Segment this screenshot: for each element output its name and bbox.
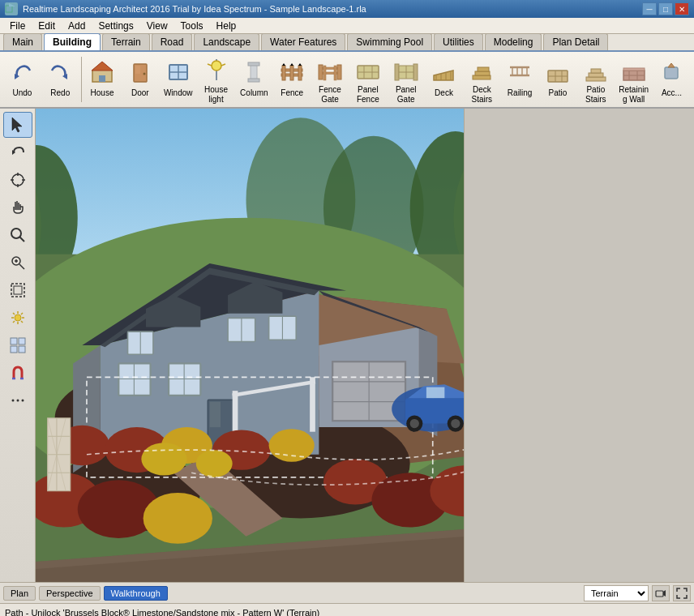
viewport-canvas [36, 109, 464, 582]
select-tool[interactable] [3, 112, 32, 138]
toolbar-item-label: Retaining Wall [617, 85, 650, 105]
left-sidebar [0, 109, 36, 582]
svg-rect-19 [248, 79, 259, 82]
toolbar-fence-button[interactable]: Fence [273, 53, 311, 105]
tab-terrain[interactable]: Terrain [102, 33, 150, 50]
viewport[interactable] [36, 109, 464, 582]
toolbar-retaining-wall-button[interactable]: Retaining Wall [615, 53, 653, 105]
toolbar-item-label: Patio [549, 88, 568, 98]
toolbar-house-light-button[interactable]: House light [197, 53, 235, 105]
tab-water-features[interactable]: Water Features [261, 33, 345, 50]
toolbar-deck-stairs-button[interactable]: Deck Stairs [463, 53, 501, 105]
toolbar-railing-button[interactable]: Railing [501, 53, 539, 105]
toolbar-house-button[interactable]: House [84, 53, 122, 105]
toolbar-item-label: Panel Gate [389, 85, 422, 105]
svg-rect-6 [99, 75, 105, 82]
svg-rect-141 [210, 402, 221, 427]
grid-tool[interactable] [3, 332, 32, 358]
svg-marker-1 [9, 3, 15, 6]
undo-curved-tool[interactable] [3, 139, 32, 165]
toolbar: UndoRedoHouseDoorWindowHouse lightColumn… [0, 52, 694, 109]
toolbar-item-label: Undo [12, 88, 32, 98]
maximize-button[interactable]: □ [658, 2, 673, 15]
svg-marker-23 [282, 63, 285, 66]
svg-rect-18 [248, 62, 259, 66]
menu-item-view[interactable]: View [140, 19, 174, 33]
svg-marker-27 [298, 63, 302, 66]
fence-gate-icon [315, 58, 345, 83]
svg-point-102 [16, 400, 19, 402]
svg-rect-28 [319, 65, 323, 79]
toolbar-undo-button[interactable]: Undo [3, 53, 41, 105]
pan-tool[interactable] [3, 195, 32, 220]
tab-swimming-pool[interactable]: Swimming Pool [347, 33, 432, 50]
magnet-tool[interactable] [3, 360, 32, 386]
undo-icon [7, 58, 36, 87]
door-icon [126, 58, 155, 87]
app-icon [5, 2, 18, 15]
toolbar-item-label: Fence Gate [314, 85, 347, 105]
svg-rect-24 [290, 66, 293, 80]
toolbar-acc...-button[interactable]: Acc... [653, 53, 691, 105]
svg-line-81 [19, 264, 24, 269]
toolbar-window-button[interactable]: Window [159, 53, 197, 105]
svg-point-164 [269, 429, 315, 461]
tab-modeling[interactable]: Modeling [485, 33, 542, 50]
view-tab-walkthrough[interactable]: Walkthrough [104, 586, 168, 601]
menu-item-edit[interactable]: Edit [32, 19, 62, 33]
toolbar-panel-gate-button[interactable]: Panel Gate [387, 53, 425, 105]
view-tab-plan[interactable]: Plan [3, 586, 36, 601]
toolbar-patio-button[interactable]: Patio [539, 53, 577, 105]
toolbar-patio-stairs-button[interactable]: Patio Stairs [576, 53, 615, 105]
svg-rect-29 [337, 65, 341, 79]
menu-item-tools[interactable]: Tools [174, 19, 210, 33]
svg-rect-84 [11, 284, 24, 297]
zoom-tool[interactable] [3, 222, 32, 248]
menu-item-settings[interactable]: Settings [92, 19, 139, 33]
toolbar-deck-button[interactable]: Deck [425, 53, 463, 105]
svg-rect-22 [282, 66, 285, 80]
pointer-target-tool[interactable] [3, 167, 32, 193]
more-tools[interactable] [3, 387, 32, 413]
view-btn-expand[interactable] [673, 585, 691, 601]
menu-item-help[interactable]: Help [210, 19, 243, 33]
deck-icon [429, 58, 458, 87]
view-btn-camera[interactable] [652, 585, 670, 601]
svg-point-73 [12, 174, 24, 186]
toolbar-door-button[interactable]: Door [121, 53, 159, 105]
menu-item-add[interactable]: Add [62, 19, 92, 33]
svg-marker-25 [290, 63, 293, 66]
svg-point-86 [15, 314, 21, 321]
minimize-button[interactable]: ─ [642, 2, 657, 15]
column-icon [239, 58, 268, 87]
expand-tool[interactable] [3, 277, 32, 303]
terrain-dropdown[interactable]: Terrain All Plants Objects [584, 585, 649, 601]
svg-rect-8 [135, 66, 140, 74]
arrow-tool[interactable] [3, 250, 32, 276]
toolbar-redo-button[interactable]: Redo [41, 53, 79, 105]
light-tool[interactable] [3, 305, 32, 331]
svg-rect-39 [413, 64, 418, 80]
toolbar-column-button[interactable]: Column [235, 53, 273, 105]
viewport-controls: Plan Perspective Walkthrough Terrain All… [0, 582, 694, 603]
tab-road[interactable]: Road [152, 33, 193, 50]
svg-point-166 [196, 450, 233, 477]
tab-utilities[interactable]: Utilities [434, 33, 483, 50]
svg-rect-33 [334, 66, 336, 80]
menu-item-file[interactable]: File [3, 19, 32, 33]
svg-rect-98 [19, 346, 25, 353]
toolbar-item-label: Patio Stairs [579, 85, 612, 105]
toolbar-panel-fence-button[interactable]: Panel Fence [349, 53, 387, 105]
tab-landscape[interactable]: Landscape [194, 33, 259, 50]
toolbar-fence-gate-button[interactable]: Fence Gate [311, 53, 349, 105]
tab-main[interactable]: Main [3, 33, 42, 50]
panel-fence-icon [353, 58, 383, 83]
tab-building[interactable]: Building [44, 33, 101, 50]
redo-icon [45, 58, 75, 87]
railing-icon [505, 58, 534, 87]
close-button[interactable]: ✕ [675, 2, 689, 15]
view-tab-perspective[interactable]: Perspective [39, 586, 100, 601]
svg-line-15 [208, 64, 212, 66]
tab-plan-detail[interactable]: Plan Detail [543, 33, 608, 50]
svg-rect-61 [586, 77, 606, 81]
